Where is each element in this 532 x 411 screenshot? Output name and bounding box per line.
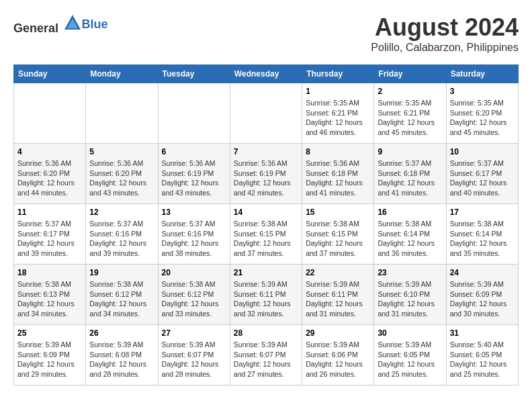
day-info: Sunrise: 5:35 AM Sunset: 6:21 PM Dayligh…: [378, 98, 442, 138]
day-info: Sunrise: 5:38 AM Sunset: 6:12 PM Dayligh…: [89, 279, 154, 319]
calendar-cell: 17Sunrise: 5:38 AM Sunset: 6:14 PM Dayli…: [446, 204, 518, 265]
calendar-cell: 8Sunrise: 5:36 AM Sunset: 6:18 PM Daylig…: [302, 144, 374, 204]
day-info: Sunrise: 5:37 AM Sunset: 6:16 PM Dayligh…: [89, 219, 154, 259]
day-info: Sunrise: 5:39 AM Sunset: 6:06 PM Dayligh…: [306, 340, 370, 379]
title-section: August 2024 Polillo, Calabarzon, Philipp…: [371, 13, 519, 54]
day-number: 26: [89, 328, 154, 338]
day-info: Sunrise: 5:39 AM Sunset: 6:05 PM Dayligh…: [378, 340, 442, 379]
day-number: 12: [89, 208, 154, 217]
calendar-week-row: 1Sunrise: 5:35 AM Sunset: 6:21 PM Daylig…: [14, 83, 519, 144]
day-number: 4: [17, 147, 82, 156]
day-number: 21: [234, 268, 298, 277]
day-info: Sunrise: 5:38 AM Sunset: 6:15 PM Dayligh…: [306, 219, 370, 259]
calendar-header-wednesday: Wednesday: [230, 65, 302, 83]
calendar-week-row: 11Sunrise: 5:37 AM Sunset: 6:17 PM Dayli…: [14, 204, 519, 265]
calendar-cell: 10Sunrise: 5:37 AM Sunset: 6:17 PM Dayli…: [446, 144, 518, 204]
location-subtitle: Polillo, Calabarzon, Philippines: [371, 42, 519, 54]
logo: General Blue: [13, 13, 108, 36]
calendar-cell: 5Sunrise: 5:36 AM Sunset: 6:20 PM Daylig…: [86, 144, 158, 204]
day-number: 11: [17, 208, 82, 217]
day-number: 7: [234, 147, 298, 156]
calendar-cell: 7Sunrise: 5:36 AM Sunset: 6:19 PM Daylig…: [230, 144, 302, 204]
day-info: Sunrise: 5:37 AM Sunset: 6:16 PM Dayligh…: [162, 219, 226, 259]
calendar-cell: 24Sunrise: 5:39 AM Sunset: 6:09 PM Dayli…: [446, 265, 518, 325]
calendar-cell: [230, 83, 302, 144]
day-info: Sunrise: 5:39 AM Sunset: 6:07 PM Dayligh…: [234, 340, 298, 379]
day-number: 14: [234, 208, 298, 217]
day-info: Sunrise: 5:39 AM Sunset: 6:09 PM Dayligh…: [17, 340, 82, 379]
calendar-header-sunday: Sunday: [14, 65, 86, 83]
calendar-header-friday: Friday: [374, 65, 446, 83]
day-number: 15: [306, 208, 370, 217]
calendar-cell: [86, 83, 158, 144]
day-info: Sunrise: 5:39 AM Sunset: 6:11 PM Dayligh…: [234, 279, 298, 319]
day-number: 17: [450, 208, 515, 217]
day-info: Sunrise: 5:39 AM Sunset: 6:09 PM Dayligh…: [450, 279, 515, 319]
calendar-cell: 6Sunrise: 5:36 AM Sunset: 6:19 PM Daylig…: [158, 144, 230, 204]
day-number: 28: [234, 328, 298, 338]
calendar-table: SundayMondayTuesdayWednesdayThursdayFrid…: [13, 64, 519, 385]
calendar-cell: 22Sunrise: 5:39 AM Sunset: 6:11 PM Dayli…: [302, 265, 374, 325]
calendar-header-tuesday: Tuesday: [158, 65, 230, 83]
logo-icon: [63, 13, 82, 32]
day-number: 13: [162, 208, 226, 217]
day-number: 20: [162, 268, 226, 277]
day-info: Sunrise: 5:36 AM Sunset: 6:19 PM Dayligh…: [234, 158, 298, 198]
month-year-title: August 2024: [371, 13, 519, 42]
calendar-cell: 12Sunrise: 5:37 AM Sunset: 6:16 PM Dayli…: [86, 204, 158, 265]
calendar-header-saturday: Saturday: [446, 65, 518, 83]
calendar-cell: 14Sunrise: 5:38 AM Sunset: 6:15 PM Dayli…: [230, 204, 302, 265]
calendar-cell: [158, 83, 230, 144]
day-number: 18: [17, 268, 82, 277]
calendar-cell: 28Sunrise: 5:39 AM Sunset: 6:07 PM Dayli…: [230, 325, 302, 385]
page-header: General Blue August 2024 Polillo, Calaba…: [13, 13, 519, 54]
calendar-header-thursday: Thursday: [302, 65, 374, 83]
day-info: Sunrise: 5:38 AM Sunset: 6:14 PM Dayligh…: [378, 219, 442, 259]
day-number: 22: [306, 268, 370, 277]
calendar-week-row: 18Sunrise: 5:38 AM Sunset: 6:13 PM Dayli…: [14, 265, 519, 325]
day-number: 27: [162, 328, 226, 338]
day-info: Sunrise: 5:38 AM Sunset: 6:15 PM Dayligh…: [234, 219, 298, 259]
calendar-cell: 21Sunrise: 5:39 AM Sunset: 6:11 PM Dayli…: [230, 265, 302, 325]
day-number: 6: [162, 147, 226, 156]
calendar-cell: 26Sunrise: 5:39 AM Sunset: 6:08 PM Dayli…: [86, 325, 158, 385]
day-info: Sunrise: 5:37 AM Sunset: 6:17 PM Dayligh…: [450, 158, 515, 198]
calendar-cell: 31Sunrise: 5:40 AM Sunset: 6:05 PM Dayli…: [446, 325, 518, 385]
calendar-cell: 11Sunrise: 5:37 AM Sunset: 6:17 PM Dayli…: [14, 204, 86, 265]
day-number: 29: [306, 328, 370, 338]
logo-general: General: [13, 21, 58, 35]
day-number: 31: [450, 328, 515, 338]
calendar-cell: 20Sunrise: 5:38 AM Sunset: 6:12 PM Dayli…: [158, 265, 230, 325]
day-number: 9: [378, 147, 442, 156]
calendar-cell: 2Sunrise: 5:35 AM Sunset: 6:21 PM Daylig…: [374, 83, 446, 144]
day-number: 25: [17, 328, 82, 338]
calendar-cell: 29Sunrise: 5:39 AM Sunset: 6:06 PM Dayli…: [302, 325, 374, 385]
calendar-cell: 30Sunrise: 5:39 AM Sunset: 6:05 PM Dayli…: [374, 325, 446, 385]
day-info: Sunrise: 5:37 AM Sunset: 6:18 PM Dayligh…: [378, 158, 442, 198]
calendar-header-row: SundayMondayTuesdayWednesdayThursdayFrid…: [14, 65, 519, 83]
day-info: Sunrise: 5:39 AM Sunset: 6:08 PM Dayligh…: [89, 340, 154, 379]
day-info: Sunrise: 5:38 AM Sunset: 6:14 PM Dayligh…: [450, 219, 515, 259]
calendar-cell: 15Sunrise: 5:38 AM Sunset: 6:15 PM Dayli…: [302, 204, 374, 265]
day-number: 5: [89, 147, 154, 156]
calendar-cell: 19Sunrise: 5:38 AM Sunset: 6:12 PM Dayli…: [86, 265, 158, 325]
day-number: 8: [306, 147, 370, 156]
day-info: Sunrise: 5:39 AM Sunset: 6:11 PM Dayligh…: [306, 279, 370, 319]
calendar-cell: 1Sunrise: 5:35 AM Sunset: 6:21 PM Daylig…: [302, 83, 374, 144]
day-info: Sunrise: 5:38 AM Sunset: 6:12 PM Dayligh…: [162, 279, 226, 319]
day-number: 16: [378, 208, 442, 217]
day-info: Sunrise: 5:39 AM Sunset: 6:10 PM Dayligh…: [378, 279, 442, 319]
calendar-cell: 4Sunrise: 5:36 AM Sunset: 6:20 PM Daylig…: [14, 144, 86, 204]
calendar-header-monday: Monday: [86, 65, 158, 83]
day-info: Sunrise: 5:38 AM Sunset: 6:13 PM Dayligh…: [17, 279, 82, 319]
calendar-week-row: 4Sunrise: 5:36 AM Sunset: 6:20 PM Daylig…: [14, 144, 519, 204]
calendar-cell: 25Sunrise: 5:39 AM Sunset: 6:09 PM Dayli…: [14, 325, 86, 385]
day-info: Sunrise: 5:36 AM Sunset: 6:19 PM Dayligh…: [162, 158, 226, 198]
day-number: 3: [450, 87, 515, 96]
calendar-cell: 9Sunrise: 5:37 AM Sunset: 6:18 PM Daylig…: [374, 144, 446, 204]
calendar-cell: 3Sunrise: 5:35 AM Sunset: 6:20 PM Daylig…: [446, 83, 518, 144]
calendar-cell: 23Sunrise: 5:39 AM Sunset: 6:10 PM Dayli…: [374, 265, 446, 325]
day-info: Sunrise: 5:36 AM Sunset: 6:20 PM Dayligh…: [17, 158, 82, 198]
day-number: 1: [306, 87, 370, 96]
calendar-cell: 16Sunrise: 5:38 AM Sunset: 6:14 PM Dayli…: [374, 204, 446, 265]
